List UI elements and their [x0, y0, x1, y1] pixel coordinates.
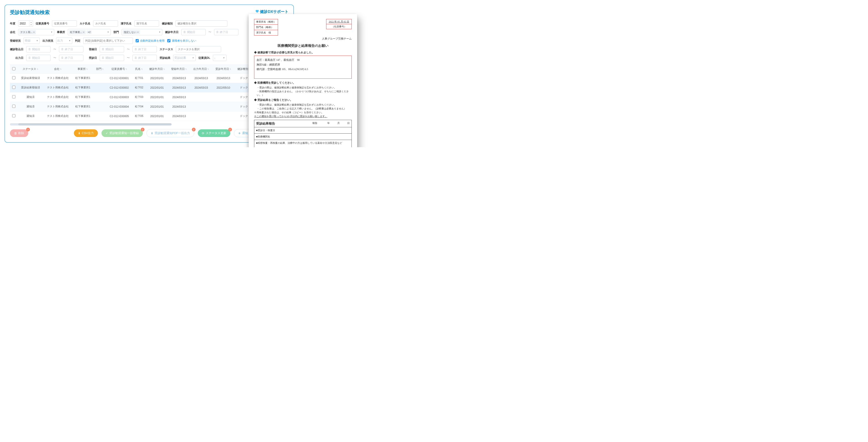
chevron-down-icon[interactable]: ▼ — [223, 57, 225, 59]
cell-empno: C2-012-E00003 — [106, 92, 132, 102]
column-header[interactable]: 受診年月日⇅ — [212, 65, 235, 73]
cell-status: 通知済 — [18, 92, 43, 102]
table-row[interactable]: 受診結果登録済テスト用株式会社松下事業所1C2-012-E00001松下0120… — [10, 73, 288, 83]
dept-select[interactable]: 指定しない✕▼ — [122, 29, 162, 35]
cell-visit — [212, 112, 235, 121]
hide-retired-checkbox[interactable]: 退職者を表示しない — [167, 39, 196, 43]
reg-start-date[interactable]: 🗓開始日 — [100, 46, 124, 53]
cell-name: 松下03 — [132, 92, 146, 102]
row-checkbox[interactable] — [12, 76, 16, 79]
column-header[interactable]: 従業員番号⇅ — [106, 65, 132, 73]
calendar-icon: 🗓 — [216, 31, 219, 34]
chevron-down-icon[interactable]: ▼ — [159, 31, 161, 33]
table-row[interactable]: 通知済テスト用株式会社松下事業所1C2-012-E00004松下042022/0… — [10, 102, 288, 112]
auto-judge-checkbox[interactable]: 自動判定結果を使用 — [135, 39, 164, 43]
close-icon[interactable]: ✕ — [83, 31, 85, 33]
sort-icon[interactable]: ⇅ — [141, 68, 143, 70]
empno-input[interactable] — [52, 20, 77, 27]
visit-result-select[interactable]: 受診結果▼ — [173, 55, 196, 61]
column-header[interactable]: 登録年月日⇅ — [168, 65, 190, 73]
sort-icon[interactable]: ⇅ — [60, 68, 62, 70]
sort-icon[interactable]: ⇅ — [86, 68, 88, 70]
chevron-down-icon[interactable]: ▼ — [51, 31, 53, 33]
column-header[interactable]: 会社⇅ — [43, 65, 72, 73]
sort-icon[interactable]: ⇅ — [102, 68, 104, 70]
out-end-date[interactable]: 🗓終了日 — [59, 55, 84, 61]
close-icon[interactable]: ✕ — [137, 31, 139, 33]
reg-status-label: 登録状況 — [10, 39, 21, 43]
import-start-date[interactable]: 🗓開始日 — [26, 46, 51, 53]
cell-name: 松下05 — [132, 112, 146, 121]
type-select[interactable] — [176, 20, 227, 27]
reg-status-select[interactable]: 登録▼ — [24, 37, 40, 44]
dept-label: 部門 — [114, 30, 119, 34]
exam-end-date[interactable]: 🗓終了日 — [214, 29, 239, 35]
cell-office: 松下事業所1 — [72, 92, 93, 102]
out-status-select[interactable]: 出力▼ — [56, 37, 72, 44]
out-start-date[interactable]: 🗓開始日 — [26, 55, 51, 61]
column-header[interactable]: 部門⇅ — [93, 65, 106, 73]
csv-export-button[interactable]: ⬇CSV出力 — [74, 129, 98, 137]
pdf-export-button[interactable]: ⬇受診勧奨通知PDF一括出力0 — [147, 129, 194, 137]
bulk-register-button[interactable]: ✓受診勧奨通知一括登録0 — [101, 129, 143, 137]
out-status-label: 出力状況 — [42, 39, 53, 43]
cell-company: テスト用株式会社 — [43, 83, 72, 92]
chevron-up-icon[interactable]: ▲ — [29, 21, 33, 24]
judge-select[interactable] — [83, 37, 133, 44]
kanji-input[interactable] — [134, 20, 159, 27]
column-header[interactable]: 健診年月日⇅ — [146, 65, 168, 73]
cell-dept — [93, 102, 106, 112]
row-checkbox[interactable] — [12, 105, 16, 108]
table-row[interactable]: 受診結果登録済テスト用株式会社松下事業所1C2-012-E00002松下0220… — [10, 83, 288, 92]
chevron-down-icon[interactable]: ▼ — [192, 57, 194, 59]
status-select[interactable] — [176, 46, 221, 53]
select-all-checkbox[interactable] — [12, 67, 16, 70]
cell-exam: 2022/01/01 — [146, 92, 168, 102]
calendar-icon: 🗓 — [102, 56, 104, 59]
sort-icon[interactable]: ⇅ — [125, 68, 127, 70]
row-checkbox[interactable] — [12, 95, 16, 98]
chevron-down-icon[interactable]: ▼ — [36, 39, 38, 42]
column-header[interactable]: 氏名⇅ — [132, 65, 146, 73]
visit-start-date[interactable]: 🗓開始日 — [100, 55, 124, 61]
table-row[interactable]: 通知済テスト用株式会社松下事業所1C2-012-E00003松下032022/0… — [10, 92, 288, 102]
horizontal-scrollbar[interactable] — [10, 123, 288, 125]
office-select[interactable]: 松下事業...✕+2▼ — [68, 29, 111, 35]
results-table: ステータス⇅会社⇅事業所⇅部門⇅従業員番号⇅氏名⇅健診年月日⇅登録年月日⇅出力年… — [10, 65, 288, 125]
column-header[interactable]: 事業所⇅ — [72, 65, 93, 73]
delete-button[interactable]: 🗑削除0 — [10, 129, 28, 137]
status-update-button[interactable]: ⟳ステータス更新0 — [198, 129, 230, 137]
column-header[interactable]: ステータス⇅ — [18, 65, 43, 73]
cell-out: 2024/03/13 — [190, 73, 212, 83]
column-header[interactable]: 出力年月日⇅ — [190, 65, 212, 73]
cell-empno: C2-012-E00002 — [106, 83, 132, 92]
row-checkbox[interactable] — [12, 114, 16, 117]
sort-icon[interactable]: ⇅ — [207, 68, 209, 70]
exam-start-date[interactable]: 🗓開始日 — [181, 29, 206, 35]
cell-status: 受診結果登録済 — [18, 83, 43, 92]
close-icon[interactable]: ✕ — [33, 31, 35, 33]
chevron-down-icon[interactable]: ▼ — [69, 39, 71, 42]
empdl-select[interactable]: ↓▼ — [213, 55, 226, 61]
company-select[interactable]: テスト用...✕▼ — [18, 29, 54, 35]
download-icon: ⬇ — [78, 131, 81, 135]
chevron-down-icon[interactable]: ▼ — [107, 31, 109, 33]
table-row[interactable]: 通知済テスト用株式会社松下事業所1C2-012-E00005松下052022/0… — [10, 112, 288, 121]
visit-end-date[interactable]: 🗓終了日 — [132, 55, 157, 61]
sort-icon[interactable]: ⇅ — [185, 68, 187, 70]
section-2: ◆ 医療機関を受診してください。 — [254, 81, 352, 85]
import-date-label: 健診取込日 — [10, 48, 24, 51]
cell-exam: 2022/01/01 — [146, 112, 168, 121]
kana-input[interactable] — [93, 20, 118, 27]
chevron-down-icon[interactable]: ▼ — [29, 24, 33, 26]
reg-end-date[interactable]: 🗓終了日 — [132, 46, 157, 53]
sort-icon[interactable]: ⇅ — [163, 68, 165, 70]
import-end-date[interactable]: 🗓終了日 — [59, 46, 84, 53]
row-checkbox[interactable] — [12, 86, 16, 89]
sort-icon[interactable]: ⇅ — [229, 68, 231, 70]
year-input[interactable]: ▲▼ — [18, 20, 33, 27]
kana-label: カナ氏名 — [80, 22, 90, 26]
cell-company: テスト用株式会社 — [43, 102, 72, 112]
send-icon: ✈ — [238, 131, 241, 135]
sort-icon[interactable]: ⇅ — [37, 68, 38, 70]
